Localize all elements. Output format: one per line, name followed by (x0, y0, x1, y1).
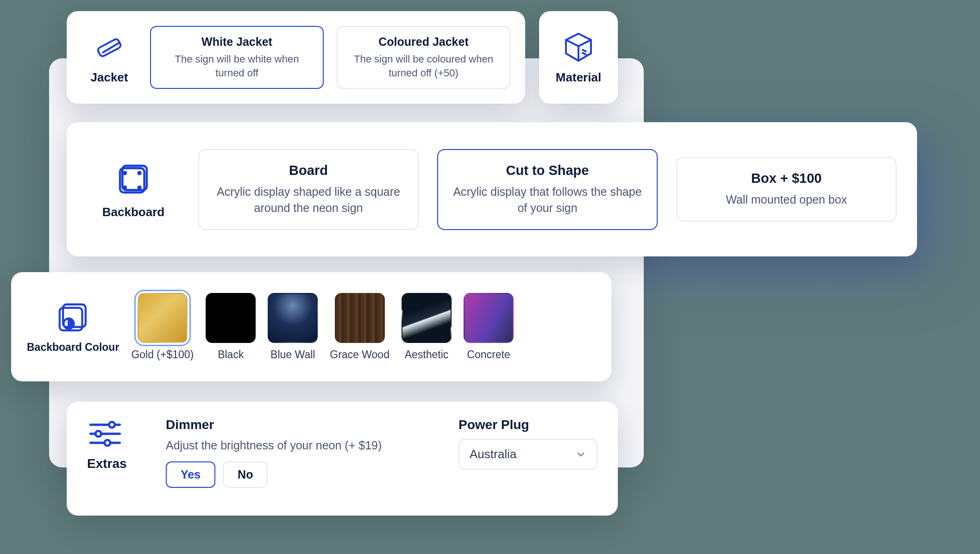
swatch-thumb (268, 293, 318, 343)
option-title: White Jacket (163, 35, 311, 49)
swatch-aesthetic[interactable]: Aesthetic (402, 293, 452, 361)
material-section[interactable]: Material (539, 11, 618, 104)
swatch-label: Grace Wood (330, 349, 389, 361)
power-plug-title: Power Plug (459, 417, 597, 432)
swatch-concrete[interactable]: Concrete (464, 293, 514, 361)
backboard-label: Backboard (102, 205, 164, 219)
swatch-grace-wood[interactable]: Grace Wood (330, 293, 389, 361)
swatch-label: Concrete (467, 349, 510, 361)
backboard-colour-label: Backboard Colour (27, 341, 119, 354)
dimmer-block: Dimmer Adjust the brightness of your neo… (166, 417, 440, 488)
cube-icon (562, 31, 595, 64)
backboard-head: Backboard (87, 160, 180, 219)
jacket-icon (93, 31, 126, 64)
swatch-thumb (402, 293, 452, 343)
svg-point-14 (95, 431, 101, 436)
option-title: Box + $100 (691, 171, 882, 186)
backboard-option-cut-to-shape[interactable]: Cut to Shape Acrylic display that follow… (437, 149, 658, 230)
material-label: Material (556, 70, 601, 85)
extras-section: Extras Dimmer Adjust the brightness of y… (67, 402, 618, 516)
dimmer-desc: Adjust the brightness of your neon (+ $1… (166, 439, 440, 452)
option-title: Cut to Shape (452, 163, 643, 178)
swatch-thumb (206, 293, 256, 343)
swatch-label: Black (218, 349, 244, 361)
power-plug-value: Australia (470, 447, 516, 461)
swatch-blue-wall[interactable]: Blue Wall (268, 293, 318, 361)
jacket-head: Jacket (82, 31, 137, 85)
swatch-thumb (335, 293, 385, 343)
backboard-colour-section: Backboard Colour Gold (+$100) Black Blue… (11, 272, 611, 381)
option-desc: The sign will be coloured when turned of… (350, 52, 497, 80)
swatch-thumb (464, 293, 514, 343)
svg-point-16 (105, 440, 110, 446)
backboard-section: Backboard Board Acrylic display shaped l… (67, 122, 917, 256)
jacket-option-coloured[interactable]: Coloured Jacket The sign will be coloure… (337, 26, 510, 89)
sliders-icon (87, 420, 123, 448)
dimmer-yes-button[interactable]: Yes (166, 461, 215, 488)
svg-point-6 (124, 187, 126, 189)
swatch-label: Gold (+$100) (131, 349, 194, 361)
swatch-black[interactable]: Black (206, 293, 256, 361)
power-plug-block: Power Plug Australia (459, 417, 597, 470)
backboard-colour-icon (55, 300, 91, 336)
extras-label: Extras (87, 456, 127, 471)
backboard-icon (114, 160, 153, 199)
svg-point-12 (109, 422, 115, 428)
backboard-option-box[interactable]: Box + $100 Wall mounted open box (676, 157, 897, 222)
jacket-option-white[interactable]: White Jacket The sign will be white when… (150, 26, 324, 89)
swatch-label: Aesthetic (405, 349, 449, 361)
option-title: Coloured Jacket (350, 35, 497, 49)
option-desc: Wall mounted open box (691, 192, 882, 208)
swatch-label: Blue Wall (270, 349, 315, 361)
power-plug-select[interactable]: Australia (459, 439, 597, 470)
backboard-colour-head: Backboard Colour (27, 300, 119, 354)
jacket-label: Jacket (91, 70, 128, 85)
backboard-option-board[interactable]: Board Acrylic display shaped like a squa… (198, 149, 419, 230)
option-title: Board (213, 163, 404, 178)
option-desc: The sign will be white when turned off (163, 52, 311, 80)
svg-point-5 (138, 172, 141, 174)
option-desc: Acrylic display that follows the shape o… (452, 184, 643, 216)
jacket-section: Jacket White Jacket The sign will be whi… (67, 11, 525, 104)
option-desc: Acrylic display shaped like a square aro… (213, 184, 404, 216)
extras-head: Extras (87, 420, 147, 471)
svg-point-4 (124, 172, 126, 174)
swatch-gold[interactable]: Gold (+$100) (131, 293, 194, 361)
svg-point-7 (138, 187, 141, 189)
dimmer-title: Dimmer (166, 417, 440, 432)
dimmer-no-button[interactable]: No (223, 461, 268, 488)
swatch-thumb (138, 293, 188, 343)
chevron-down-icon (575, 449, 586, 460)
